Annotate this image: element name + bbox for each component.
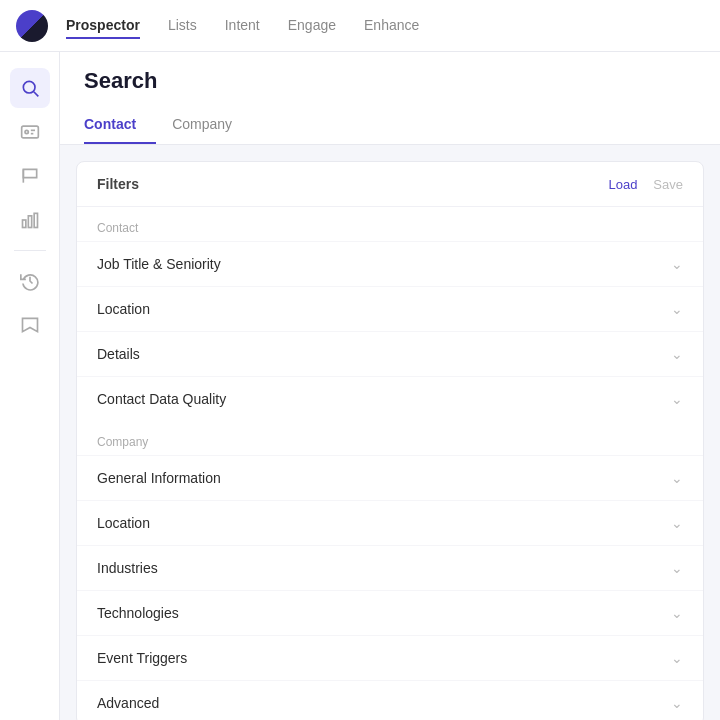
filter-card: Filters Load Save Contact Job Title & Se… <box>76 161 704 720</box>
filter-row-label: Location <box>97 301 150 317</box>
filter-row-contact-data-quality[interactable]: Contact Data Quality ⌄ <box>77 376 703 421</box>
nav-menu: Prospector Lists Intent Engage Enhance <box>66 13 419 39</box>
page-title: Search <box>84 68 696 94</box>
filters-label: Filters <box>97 176 139 192</box>
top-nav: Prospector Lists Intent Engage Enhance <box>0 0 720 52</box>
filter-row-label: Advanced <box>97 695 159 711</box>
filter-row-label: Job Title & Seniority <box>97 256 221 272</box>
filter-row-label: Event Triggers <box>97 650 187 666</box>
chevron-down-icon: ⌄ <box>671 515 683 531</box>
filter-row-job-title[interactable]: Job Title & Seniority ⌄ <box>77 241 703 286</box>
chevron-down-icon: ⌄ <box>671 695 683 711</box>
filter-actions: Load Save <box>608 177 683 192</box>
nav-item-prospector[interactable]: Prospector <box>66 13 140 39</box>
nav-item-intent[interactable]: Intent <box>225 13 260 39</box>
main-layout: Search Contact Company Filters Load Save… <box>0 52 720 720</box>
filter-row-technologies[interactable]: Technologies ⌄ <box>77 590 703 635</box>
svg-line-1 <box>33 92 38 97</box>
filter-row-industries[interactable]: Industries ⌄ <box>77 545 703 590</box>
page-header: Search Contact Company <box>60 52 720 145</box>
sidebar-icon-history[interactable] <box>10 261 50 301</box>
nav-item-lists[interactable]: Lists <box>168 13 197 39</box>
chevron-down-icon: ⌄ <box>671 346 683 362</box>
chevron-down-icon: ⌄ <box>671 650 683 666</box>
sidebar-icon-flag[interactable] <box>10 156 50 196</box>
svg-point-0 <box>23 81 35 93</box>
filter-row-advanced[interactable]: Advanced ⌄ <box>77 680 703 720</box>
filter-row-location-company[interactable]: Location ⌄ <box>77 500 703 545</box>
filter-row-label: Contact Data Quality <box>97 391 226 407</box>
sidebar-icon-bar-chart[interactable] <box>10 200 50 240</box>
save-button[interactable]: Save <box>653 177 683 192</box>
sidebar-icon-search[interactable] <box>10 68 50 108</box>
svg-point-3 <box>25 130 28 133</box>
filter-row-label: Technologies <box>97 605 179 621</box>
tab-company[interactable]: Company <box>172 108 252 144</box>
sidebar-divider <box>14 250 46 251</box>
chevron-down-icon: ⌄ <box>671 470 683 486</box>
svg-rect-8 <box>28 216 31 228</box>
sidebar-icon-bookmark[interactable] <box>10 305 50 345</box>
logo <box>16 10 48 42</box>
filter-row-label: Location <box>97 515 150 531</box>
content-area: Search Contact Company Filters Load Save… <box>60 52 720 720</box>
chevron-down-icon: ⌄ <box>671 605 683 621</box>
contact-section-label: Contact <box>77 207 703 241</box>
tab-contact[interactable]: Contact <box>84 108 156 144</box>
nav-item-engage[interactable]: Engage <box>288 13 336 39</box>
load-button[interactable]: Load <box>608 177 637 192</box>
svg-rect-2 <box>21 126 38 138</box>
filter-row-general-information[interactable]: General Information ⌄ <box>77 455 703 500</box>
chevron-down-icon: ⌄ <box>671 256 683 272</box>
chevron-down-icon: ⌄ <box>671 391 683 407</box>
filter-row-label: Details <box>97 346 140 362</box>
filter-row-location-contact[interactable]: Location ⌄ <box>77 286 703 331</box>
filter-row-details[interactable]: Details ⌄ <box>77 331 703 376</box>
svg-rect-9 <box>34 213 37 227</box>
filter-row-label: Industries <box>97 560 158 576</box>
sidebar <box>0 52 60 720</box>
sidebar-icon-contact-card[interactable] <box>10 112 50 152</box>
chevron-down-icon: ⌄ <box>671 560 683 576</box>
nav-item-enhance[interactable]: Enhance <box>364 13 419 39</box>
filter-row-label: General Information <box>97 470 221 486</box>
filter-panel: Filters Load Save Contact Job Title & Se… <box>60 145 720 720</box>
filter-row-event-triggers[interactable]: Event Triggers ⌄ <box>77 635 703 680</box>
tab-bar: Contact Company <box>84 108 696 144</box>
chevron-down-icon: ⌄ <box>671 301 683 317</box>
company-section-label: Company <box>77 421 703 455</box>
filter-header: Filters Load Save <box>77 162 703 207</box>
svg-rect-7 <box>22 220 25 228</box>
